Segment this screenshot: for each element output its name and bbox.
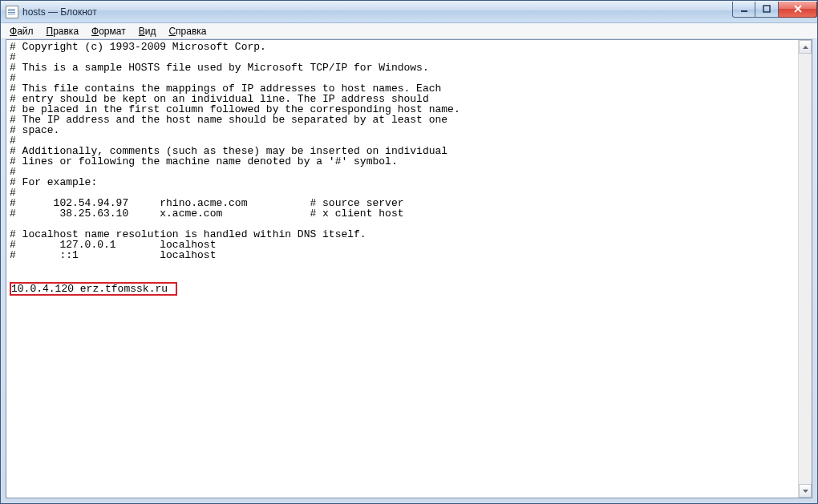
text-line: # This is a sample HOSTS file used by Mi… xyxy=(10,62,795,73)
svg-rect-0 xyxy=(741,10,747,12)
menu-file[interactable]: Файл xyxy=(4,25,39,38)
text-line: # The IP address and the host name shoul… xyxy=(10,115,795,125)
text-editor[interactable]: # Copyright (c) 1993-2009 Microsoft Corp… xyxy=(6,40,798,498)
title-bar[interactable]: hosts — Блокнот xyxy=(1,1,817,23)
close-button[interactable] xyxy=(779,2,817,18)
text-line: # Copyright (c) 1993-2009 Microsoft Corp… xyxy=(10,42,795,52)
text-line xyxy=(10,260,795,271)
client-area: # Copyright (c) 1993-2009 Microsoft Corp… xyxy=(6,39,812,498)
highlighted-entry: 10.0.4.120 erz.tfomssk.ru xyxy=(10,282,177,296)
app-window: hosts — Блокнот Файл Правка Формат Вид С… xyxy=(0,0,818,504)
minimize-button[interactable] xyxy=(732,2,755,18)
scroll-track[interactable] xyxy=(799,54,812,484)
text-line: # xyxy=(10,167,795,177)
text-line: # lines or following the machine name de… xyxy=(10,156,795,167)
window-title: hosts — Блокнот xyxy=(22,6,732,18)
menu-edit[interactable]: Правка xyxy=(41,25,85,38)
menu-view[interactable]: Вид xyxy=(133,25,162,38)
text-line: # For example: xyxy=(10,177,795,187)
text-line xyxy=(10,271,795,281)
scroll-down-button[interactable] xyxy=(799,484,812,498)
text-line: # ::1 localhost xyxy=(10,250,795,260)
scroll-up-button[interactable] xyxy=(799,40,812,54)
notepad-icon xyxy=(6,6,18,18)
menu-bar: Файл Правка Формат Вид Справка xyxy=(1,23,817,39)
window-controls xyxy=(732,2,817,18)
vertical-scrollbar[interactable] xyxy=(798,40,812,498)
svg-rect-1 xyxy=(763,6,770,12)
text-line: # space. xyxy=(10,125,795,135)
text-line: # 38.25.63.10 x.acme.com # x client host xyxy=(10,208,795,219)
maximize-button[interactable] xyxy=(755,2,779,18)
menu-help[interactable]: Справка xyxy=(163,25,212,38)
menu-format[interactable]: Формат xyxy=(86,25,132,38)
